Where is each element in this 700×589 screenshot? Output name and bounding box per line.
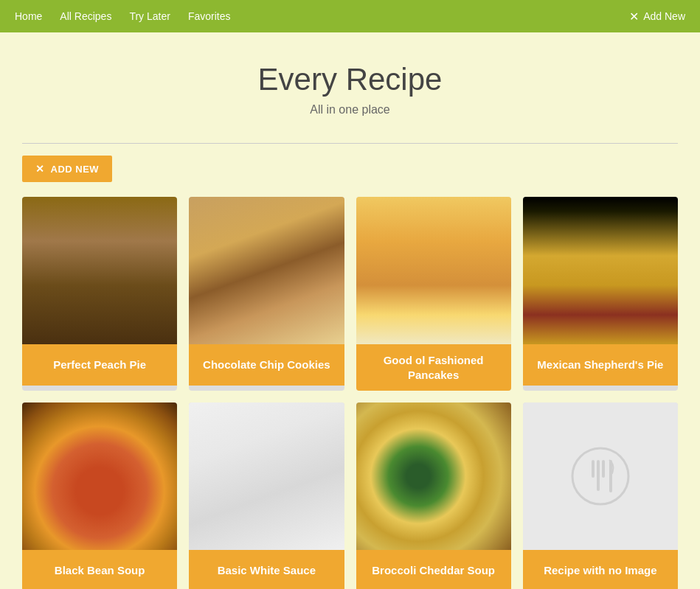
- recipe-image-default-recipe: [523, 402, 678, 550]
- recipe-img-bg-broccoli-cheddar-soup: [356, 402, 511, 550]
- recipe-img-bg-good-ol-fashioned-pancakes: [356, 197, 511, 344]
- recipe-title-black-bean-soup: Black Bean Soup: [22, 550, 177, 589]
- navigation: Home All Recipes Try Later Favorites ✕ A…: [0, 0, 700, 32]
- add-icon: ✕: [35, 163, 45, 175]
- nav-links: Home All Recipes Try Later Favorites: [15, 10, 629, 22]
- recipe-image-mexican-shepherds-pie: [523, 197, 678, 344]
- svg-rect-4: [597, 469, 600, 491]
- recipe-card-default-recipe[interactable]: Recipe with no Image: [523, 402, 678, 589]
- recipe-card-black-bean-soup[interactable]: Black Bean Soup: [22, 402, 177, 589]
- recipe-title-perfect-peach-pie: Perfect Peach Pie: [22, 344, 177, 386]
- recipe-image-basic-white-sauce: [189, 402, 344, 550]
- svg-rect-1: [592, 460, 595, 478]
- recipe-title-chocolate-chip-cookies: Chocolate Chip Cookies: [189, 344, 344, 386]
- recipe-card-mexican-shepherds-pie[interactable]: Mexican Shepherd's Pie: [523, 197, 678, 391]
- recipe-img-bg-chocolate-chip-cookies: [189, 197, 344, 344]
- nav-item-all-recipes[interactable]: All Recipes: [60, 10, 111, 22]
- svg-point-0: [572, 448, 628, 504]
- nav-add-new[interactable]: ✕ Add New: [629, 10, 685, 24]
- section-divider: [22, 143, 678, 144]
- recipe-image-black-bean-soup: [22, 402, 177, 550]
- nav-item-home[interactable]: Home: [15, 10, 42, 22]
- recipe-title-good-ol-fashioned-pancakes: Good ol Fashioned Pancakes: [356, 344, 511, 391]
- recipe-placeholder-default-recipe: [523, 402, 678, 550]
- recipe-card-chocolate-chip-cookies[interactable]: Chocolate Chip Cookies: [189, 197, 344, 391]
- add-new-button[interactable]: ✕ ADD NEW: [22, 156, 112, 182]
- recipe-img-bg-mexican-shepherds-pie: [523, 197, 678, 344]
- recipe-img-bg-basic-white-sauce: [189, 402, 344, 550]
- recipe-grid: Perfect Peach PieChocolate Chip CookiesG…: [0, 197, 700, 589]
- svg-rect-5: [609, 460, 612, 492]
- recipe-title-mexican-shepherds-pie: Mexican Shepherd's Pie: [523, 344, 678, 386]
- recipe-image-chocolate-chip-cookies: [189, 197, 344, 344]
- svg-rect-3: [602, 460, 605, 478]
- recipe-card-perfect-peach-pie[interactable]: Perfect Peach Pie: [22, 197, 177, 391]
- hero-section: Every Recipe All in one place: [0, 32, 700, 131]
- recipe-img-bg-black-bean-soup: [22, 402, 177, 550]
- recipe-image-perfect-peach-pie: [22, 197, 177, 344]
- recipe-card-basic-white-sauce[interactable]: Basic White Sauce: [189, 402, 344, 589]
- recipe-card-good-ol-fashioned-pancakes[interactable]: Good ol Fashioned Pancakes: [356, 197, 511, 391]
- recipe-title-default-recipe: Recipe with no Image: [523, 550, 678, 589]
- recipe-title-broccoli-cheddar-soup: Broccoli Cheddar Soup: [356, 550, 511, 589]
- nav-item-favorites[interactable]: Favorites: [188, 10, 231, 22]
- nav-item-try-later[interactable]: Try Later: [129, 10, 170, 22]
- utensils-icon: ✕: [629, 10, 639, 24]
- page-title: Every Recipe: [15, 62, 685, 97]
- recipe-img-bg-perfect-peach-pie: [22, 197, 177, 344]
- recipe-image-broccoli-cheddar-soup: [356, 402, 511, 550]
- recipe-card-broccoli-cheddar-soup[interactable]: Broccoli Cheddar Soup: [356, 402, 511, 589]
- page-subtitle: All in one place: [15, 103, 685, 116]
- fork-knife-icon: [571, 447, 630, 506]
- recipe-image-good-ol-fashioned-pancakes: [356, 197, 511, 344]
- recipe-title-basic-white-sauce: Basic White Sauce: [189, 550, 344, 589]
